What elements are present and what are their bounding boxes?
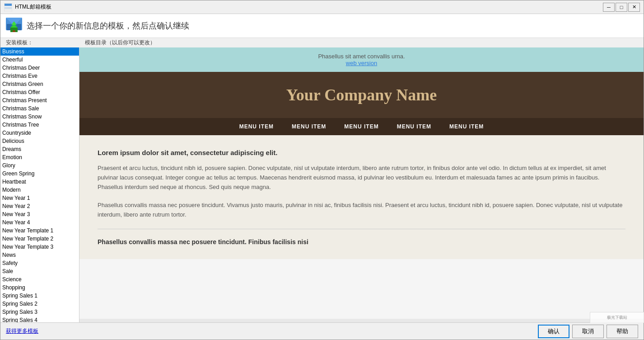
template-list-item[interactable]: Countryside bbox=[0, 129, 79, 137]
bottom-buttons: 确认 取消 帮助 bbox=[538, 325, 638, 338]
template-list-item[interactable]: Emotion bbox=[0, 153, 79, 161]
template-list-item[interactable]: Spring Sales 2 bbox=[0, 300, 79, 308]
template-list-item[interactable]: Shopping bbox=[0, 283, 79, 292]
template-list-item[interactable]: New Year Template 3 bbox=[0, 243, 79, 251]
email-divider bbox=[98, 229, 625, 229]
nav-item: MENU ITEM bbox=[449, 123, 484, 130]
confirm-button[interactable]: 确认 bbox=[538, 325, 569, 338]
template-list-item[interactable]: Cheerful bbox=[0, 56, 79, 64]
directory-label: 模板目录（以后你可以更改） bbox=[85, 39, 638, 47]
email-top-text: Phasellus sit amet convallis urna. bbox=[318, 53, 405, 60]
nav-item: MENU ITEM bbox=[292, 123, 326, 130]
watermark-text: 极光下载站 bbox=[607, 315, 627, 321]
body-para-2: Phasellus convallis massa nec posuere ti… bbox=[98, 201, 625, 220]
template-list-item[interactable]: Christmas Eve bbox=[0, 72, 79, 80]
dialog-header: 选择一个你的新信息的模板，然后点确认继续 bbox=[0, 14, 644, 38]
template-list-item[interactable]: Christmas Snow bbox=[0, 113, 79, 121]
template-list-item[interactable]: Science bbox=[0, 275, 79, 283]
help-button[interactable]: 帮助 bbox=[607, 325, 638, 338]
template-list-item[interactable]: Sale bbox=[0, 267, 79, 275]
svg-rect-11 bbox=[13, 30, 15, 32]
template-list-item[interactable]: New Year 4 bbox=[0, 218, 79, 227]
template-list-item[interactable]: Heartbeat bbox=[0, 178, 79, 186]
close-button[interactable]: ✕ bbox=[628, 3, 640, 12]
template-list-item[interactable]: Christmas Sale bbox=[0, 104, 79, 113]
email-nav: MENU ITEMMENU ITEMMENU ITEMMENU ITEMMENU… bbox=[79, 118, 644, 135]
template-list-item[interactable]: New Year 3 bbox=[0, 210, 79, 218]
template-list-item[interactable]: Spring Sales 4 bbox=[0, 316, 79, 322]
template-list-item[interactable]: Christmas Tree bbox=[0, 121, 79, 129]
template-list-item[interactable]: Christmas Offer bbox=[0, 88, 79, 96]
content-area: 安装模板： 模板目录（以后你可以更改） BusinessCheerfulChri… bbox=[0, 38, 644, 322]
main-split: BusinessCheerfulChristmas DeerChristmas … bbox=[0, 47, 644, 322]
maximize-button[interactable]: □ bbox=[616, 3, 627, 12]
minimize-button[interactable]: ─ bbox=[603, 3, 615, 12]
email-top-bar: Phasellus sit amet convallis urna. web v… bbox=[79, 47, 644, 72]
nav-item: MENU ITEM bbox=[239, 123, 274, 130]
template-list-item[interactable]: Business bbox=[0, 47, 79, 56]
dialog-title: 选择一个你的新信息的模板，然后点确认继续 bbox=[27, 20, 189, 31]
template-list: BusinessCheerfulChristmas DeerChristmas … bbox=[0, 47, 79, 322]
app-icon bbox=[4, 3, 12, 11]
preview-scroll[interactable]: Phasellus sit amet convallis urna. web v… bbox=[79, 47, 644, 322]
installed-label: 安装模板： bbox=[6, 39, 85, 47]
template-list-item[interactable]: New Year 2 bbox=[0, 202, 79, 210]
right-panel: Phasellus sit amet convallis urna. web v… bbox=[79, 47, 644, 322]
title-bar: HTML邮箱模板 ─ □ ✕ bbox=[0, 0, 644, 14]
bottom-bar: 获得更多模板 确认 取消 帮助 bbox=[0, 322, 644, 340]
column-labels: 安装模板： 模板目录（以后你可以更改） bbox=[0, 38, 644, 47]
template-list-item[interactable]: New Year Template 2 bbox=[0, 235, 79, 243]
template-list-item[interactable]: Green Spring bbox=[0, 170, 79, 178]
window-controls: ─ □ ✕ bbox=[603, 3, 640, 12]
svg-rect-1 bbox=[5, 4, 12, 6]
template-list-scroll[interactable]: BusinessCheerfulChristmas DeerChristmas … bbox=[0, 47, 79, 322]
template-list-item[interactable]: Dreams bbox=[0, 145, 79, 153]
nav-item: MENU ITEM bbox=[397, 123, 431, 130]
template-list-item[interactable]: Spring Sales 3 bbox=[0, 308, 79, 316]
email-web-link[interactable]: web version bbox=[346, 60, 377, 66]
nav-item: MENU ITEM bbox=[344, 123, 378, 130]
body-subheading: Phasellus convallis massa nec posuere ti… bbox=[98, 238, 625, 246]
template-list-item[interactable]: Christmas Green bbox=[0, 80, 79, 88]
company-name: Your Company Name bbox=[89, 85, 635, 104]
template-list-item[interactable]: New Year Template 1 bbox=[0, 227, 79, 235]
header-icon bbox=[6, 18, 22, 34]
template-list-item[interactable]: New Year 1 bbox=[0, 194, 79, 202]
body-heading: Lorem ipsum dolor sit amet, consectetur … bbox=[98, 149, 625, 156]
template-list-item[interactable]: Safety bbox=[0, 259, 79, 267]
more-templates-link[interactable]: 获得更多模板 bbox=[6, 327, 38, 335]
template-list-item[interactable]: Glory bbox=[0, 161, 79, 170]
template-list-item[interactable]: Christmas Present bbox=[0, 96, 79, 104]
watermark: 极光下载站 bbox=[590, 312, 644, 323]
template-list-item[interactable]: Delicious bbox=[0, 137, 79, 145]
body-para-1: Praesent et arcu luctus, tincidunt nibh … bbox=[98, 164, 625, 192]
cancel-button[interactable]: 取消 bbox=[572, 325, 604, 338]
window-title: HTML邮箱模板 bbox=[15, 3, 603, 11]
main-window: HTML邮箱模板 ─ □ ✕ 选择一个你的新信息的模板，然后点确认继续 安装模板… bbox=[0, 0, 644, 340]
email-company-header: Your Company Name bbox=[79, 72, 644, 118]
template-list-item[interactable]: News bbox=[0, 251, 79, 259]
template-list-item[interactable]: Spring Sales 1 bbox=[0, 292, 79, 300]
email-body: Lorem ipsum dolor sit amet, consectetur … bbox=[79, 135, 644, 259]
template-list-item[interactable]: Christmas Deer bbox=[0, 64, 79, 72]
left-panel: BusinessCheerfulChristmas DeerChristmas … bbox=[0, 47, 79, 322]
template-list-item[interactable]: Modern bbox=[0, 186, 79, 194]
email-preview: Phasellus sit amet convallis urna. web v… bbox=[79, 47, 644, 319]
